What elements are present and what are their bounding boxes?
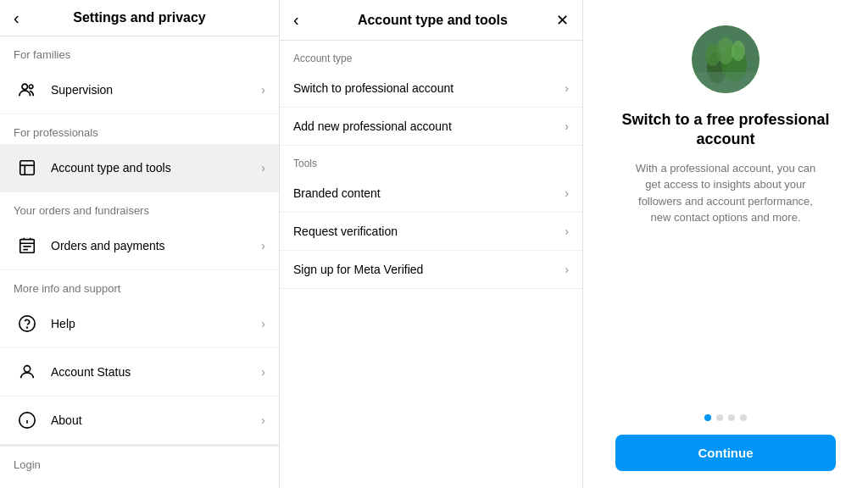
request-verification-label: Request verification [293, 225, 565, 238]
dot-4 [740, 414, 747, 421]
mid-item-branded-content[interactable]: Branded content › [280, 175, 582, 213]
orders-chevron: › [261, 239, 265, 252]
help-chevron: › [261, 317, 265, 330]
account-status-label: Account Status [51, 365, 261, 379]
account-type-chevron: › [261, 161, 265, 175]
mid-panel-title: Account type and tools [309, 13, 556, 28]
branded-content-label: Branded content [293, 186, 565, 200]
menu-item-account-status[interactable]: Account Status › [0, 348, 279, 396]
add-professional-label: Add new professional account [293, 119, 565, 133]
menu-item-supervision[interactable]: Supervision › [0, 66, 279, 114]
mid-item-add-professional[interactable]: Add new professional account › [280, 108, 582, 146]
right-panel: Switch to a free professional account Wi… [583, 0, 868, 488]
mid-header: ‹ Account type and tools ✕ [280, 0, 582, 41]
promo-desc: With a professional account, you can get… [632, 160, 819, 226]
tools-section-label: Tools [280, 146, 582, 175]
left-panel-title: Settings and privacy [73, 10, 206, 25]
mid-item-request-verification[interactable]: Request verification › [280, 213, 582, 251]
orders-icon [14, 232, 41, 259]
switch-professional-chevron: › [565, 81, 569, 95]
add-professional-chevron: › [565, 119, 569, 133]
mid-item-meta-verified[interactable]: Sign up for Meta Verified › [280, 251, 582, 289]
meta-verified-chevron: › [565, 263, 569, 276]
svg-point-8 [19, 316, 35, 331]
svg-point-9 [27, 327, 28, 328]
left-panel: ‹ Settings and privacy For families Supe… [0, 0, 280, 488]
svg-point-28 [705, 44, 721, 66]
supervision-label: Supervision [51, 83, 261, 97]
svg-rect-29 [692, 72, 760, 93]
svg-point-1 [29, 85, 33, 89]
account-status-icon [14, 358, 41, 385]
section-label-orders: Your orders and fundraisers [0, 192, 279, 222]
mid-close-button[interactable]: ✕ [556, 11, 569, 30]
left-back-button[interactable]: ‹ [14, 8, 19, 28]
request-verification-chevron: › [565, 225, 569, 238]
branded-content-chevron: › [565, 186, 569, 200]
supervision-chevron: › [261, 83, 265, 97]
dot-3 [728, 414, 735, 421]
switch-professional-label: Switch to professional account [293, 81, 565, 95]
account-type-icon [14, 154, 41, 181]
promo-title: Switch to a free professional account [600, 110, 851, 150]
section-label-login: Login [0, 446, 279, 476]
help-label: Help [51, 317, 261, 330]
account-status-chevron: › [261, 365, 265, 379]
dot-2 [716, 414, 723, 421]
account-type-label: Account type and tools [51, 161, 261, 175]
menu-item-about[interactable]: About › [0, 396, 279, 445]
menu-item-account-type[interactable]: Account type and tools › [0, 144, 279, 192]
continue-button[interactable]: Continue [615, 435, 836, 471]
section-label-families: For families [0, 36, 279, 66]
section-label-more: More info and support [0, 270, 279, 300]
account-type-section-label: Account type [280, 41, 582, 69]
help-icon [14, 310, 41, 337]
meta-verified-label: Sign up for Meta Verified [293, 263, 565, 276]
orders-label: Orders and payments [51, 239, 261, 252]
menu-item-help[interactable]: Help › [0, 300, 279, 348]
mid-item-switch-professional[interactable]: Switch to professional account › [280, 69, 582, 108]
svg-point-27 [732, 41, 745, 61]
svg-rect-2 [20, 161, 35, 175]
about-label: About [51, 413, 261, 427]
left-header: ‹ Settings and privacy [0, 0, 279, 36]
menu-item-add-account[interactable]: Add account › [0, 476, 279, 488]
supervision-icon [14, 76, 41, 103]
menu-item-orders[interactable]: Orders and payments › [0, 222, 279, 270]
svg-point-0 [22, 84, 27, 89]
mid-panel: ‹ Account type and tools ✕ Account type … [280, 0, 583, 488]
about-icon [14, 407, 41, 434]
dot-indicators [704, 414, 747, 421]
dot-1 [704, 414, 711, 421]
avatar [692, 25, 760, 93]
svg-point-10 [24, 366, 30, 372]
about-chevron: › [261, 413, 265, 427]
section-label-professionals: For professionals [0, 114, 279, 144]
mid-back-button[interactable]: ‹ [293, 10, 299, 30]
